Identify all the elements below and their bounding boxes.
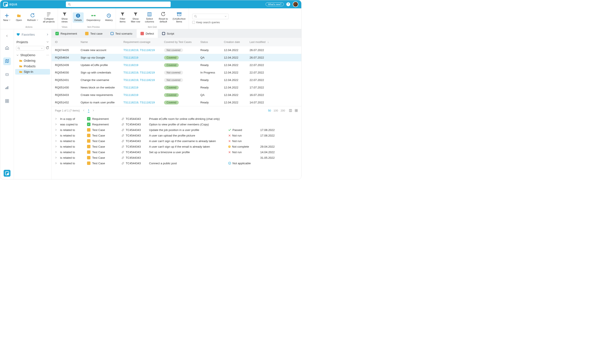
main: Requirement Test case Test scenario Defe… xyxy=(52,29,301,179)
keep-search-checkbox[interactable]: Keep search queries xyxy=(192,21,229,24)
page-size-100[interactable]: 100 xyxy=(273,109,278,112)
grid-row[interactable]: RQ053433 Create new requirements TS11182… xyxy=(52,91,301,99)
col-name[interactable]: Name xyxy=(81,40,123,44)
relation-row[interactable]: is related to Test Case TC4544343 31.05.… xyxy=(52,155,301,160)
cell-coverage[interactable]: TS1118219, TS1118219 xyxy=(123,101,164,104)
relation-status: Not complete xyxy=(228,145,260,148)
col-status[interactable]: Status xyxy=(200,40,224,44)
cell-status: Ready xyxy=(200,78,224,82)
grid-row[interactable]: RQ054634 Sign up via Google TS1118219 Co… xyxy=(52,54,301,61)
tab-script[interactable]: Script xyxy=(158,29,178,38)
relation-id[interactable]: TC4544343 xyxy=(121,140,149,143)
relation-id[interactable]: TC4544343 xyxy=(121,145,149,148)
projects-header[interactable]: Projects xyxy=(15,38,50,45)
select-columns-button[interactable]: Selectcolumns xyxy=(143,11,156,24)
page-size-50[interactable]: 50 xyxy=(268,109,271,112)
tree-item-products[interactable]: Products xyxy=(15,64,50,69)
col-creation date[interactable]: Creation date xyxy=(224,40,250,44)
relation-row[interactable]: is related to Test Case TC4544343 Connec… xyxy=(52,160,301,166)
relation-id[interactable]: TC4544343 xyxy=(121,162,149,165)
cell-coverage[interactable]: TS1118219 xyxy=(123,93,164,97)
show-views-button[interactable]: Showviews xyxy=(59,11,70,24)
avatar[interactable] xyxy=(293,1,298,7)
collapse-sidebar-button[interactable] xyxy=(0,33,14,39)
relation-id[interactable]: TC4544343 xyxy=(121,128,149,131)
pager-next[interactable] xyxy=(92,109,95,112)
cell-coverage[interactable]: TS1118219, TS1118219 xyxy=(123,78,164,82)
relation-row[interactable]: is related to Test Case TC4544343 A user… xyxy=(52,133,301,138)
relation-id[interactable]: TC4544343 xyxy=(121,151,149,154)
cell-coverage[interactable]: TS1118219 xyxy=(123,86,164,89)
col-requirement coverage[interactable]: Requirement coverage xyxy=(123,40,164,44)
cell-name: Option to mark user profile xyxy=(81,101,123,104)
cell-coverage[interactable]: TS1118219 xyxy=(123,56,164,59)
open-button[interactable]: Open xyxy=(14,13,24,22)
relation-row[interactable]: In a copy of Requirement TC4544343 Priva… xyxy=(52,116,301,122)
tab-test scenario[interactable]: Test scenario xyxy=(107,29,136,38)
grid-icon[interactable] xyxy=(295,109,298,112)
tree-item-sign-in[interactable]: Sign-In xyxy=(15,69,50,75)
more-icon[interactable] xyxy=(46,54,49,57)
favorites-header[interactable]: Favorites xyxy=(15,31,50,38)
relation-row[interactable]: is related to Test Case TC4544343 Set up… xyxy=(52,149,301,155)
collapse-projects-button[interactable]: Collapseall projects xyxy=(41,11,56,24)
filter-items-button[interactable]: Filteritems xyxy=(117,11,128,24)
rail-reports[interactable] xyxy=(3,84,11,92)
chevron-right-icon xyxy=(46,33,49,36)
reset-default-button[interactable]: Reset todefault xyxy=(157,11,170,24)
project-search[interactable] xyxy=(16,46,44,51)
global-search[interactable] xyxy=(66,1,171,7)
tree-item-ordering[interactable]: Ordering xyxy=(15,58,50,64)
relation-desc: A user can't sign up if the email is alr… xyxy=(149,145,228,148)
relation-id[interactable]: TC4544343 xyxy=(121,123,149,126)
grid-row[interactable]: RQ054030 Sign up with credentials TS1118… xyxy=(52,69,301,76)
relation-row[interactable]: was copied to Requirement TC4544343 Opti… xyxy=(52,122,301,127)
bot-icon xyxy=(5,72,9,77)
col-id[interactable]: ID xyxy=(55,40,81,44)
rail-projects[interactable] xyxy=(3,57,11,65)
layout-icon[interactable] xyxy=(289,109,292,112)
relation-id[interactable]: TC4544343 xyxy=(121,156,149,159)
cell-covered-by: Covered xyxy=(164,86,200,90)
grid-row[interactable]: RQ052439 Update eCoffe profile TS1118219… xyxy=(52,61,301,69)
tab-test case[interactable]: Test case xyxy=(81,29,106,38)
col-covered by test cases[interactable]: Covered by Test Cases xyxy=(164,40,200,44)
refresh-button[interactable]: Refresh xyxy=(26,13,40,22)
cell-coverage[interactable]: TS1118219, TS1118219 xyxy=(123,49,164,52)
history-button[interactable]: History xyxy=(103,13,114,22)
tree-root-shopdemo[interactable]: ShopDemo xyxy=(15,52,50,58)
help-button[interactable]: ? xyxy=(286,2,290,6)
relation-id[interactable]: TC4544343 xyxy=(121,134,149,137)
archive-button[interactable]: (Un)Archiveitems xyxy=(171,11,187,24)
pager-prev[interactable] xyxy=(83,109,85,112)
col-last modified[interactable]: Last modified ↓ xyxy=(250,40,279,44)
cell-modified: 17.07.2022 xyxy=(250,86,279,89)
grid-row[interactable]: RQ051430 News block on the website TS111… xyxy=(52,84,301,91)
grid-search[interactable] xyxy=(192,14,229,19)
requirement-icon xyxy=(87,123,90,126)
pager-page-1[interactable]: 1 xyxy=(88,109,89,113)
dependency-button[interactable]: Dependency xyxy=(85,13,102,22)
relation-row[interactable]: is related to Test Case TC4544343 A user… xyxy=(52,138,301,144)
grid-row[interactable]: RQ052431 Change the username TS1118219, … xyxy=(52,76,301,84)
rail-apps[interactable] xyxy=(3,97,11,105)
grid-row[interactable]: RQ074435 Create new account TS1118219, T… xyxy=(52,46,301,54)
project-refresh-button[interactable] xyxy=(46,46,49,50)
rail-agents[interactable] xyxy=(3,71,11,78)
whats-new-button[interactable]: What's new? xyxy=(266,2,284,6)
cell-coverage[interactable]: TS1118219, TS1118219 xyxy=(123,71,164,74)
tab-defect[interactable]: Defect xyxy=(137,29,158,38)
cell-coverage[interactable]: TS1118219 xyxy=(123,64,164,67)
show-filter-row-button[interactable]: Showfilter row xyxy=(129,11,142,24)
cell-id: RQ054634 xyxy=(55,56,81,59)
relation-row[interactable]: is related to Test Case TC4544343 Update… xyxy=(52,127,301,133)
rail-home[interactable] xyxy=(3,44,11,52)
page-size-200[interactable]: 200 xyxy=(281,109,285,112)
new-button[interactable]: New xyxy=(1,13,12,22)
tab-requirement[interactable]: Requirement xyxy=(52,29,81,38)
details-button[interactable]: Details xyxy=(73,13,84,22)
grid-row[interactable]: RQ051432 Option to mark user profile TS1… xyxy=(52,99,301,106)
rail-brand-button[interactable] xyxy=(4,170,11,177)
relation-row[interactable]: is related to Test Case TC4544343 A user… xyxy=(52,144,301,149)
relation-id[interactable]: TC4544343 xyxy=(121,117,149,120)
